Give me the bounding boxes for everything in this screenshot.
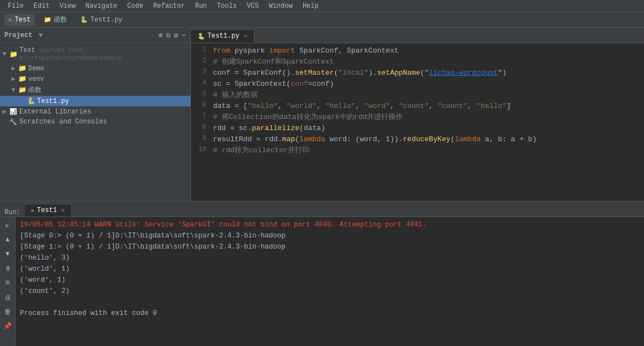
run-icon: ▶ — [9, 16, 13, 23]
tree-item-test[interactable]: ▼ 📁 Test sources root, D:\IT\python\Pyth… — [0, 45, 190, 63]
output-line-6: ('word', 1) — [20, 275, 640, 286]
top-tab-bar: ▶ Test 📁 函数 🐍 Test1.py — [0, 12, 644, 28]
run-tab-close[interactable]: ✕ — [61, 207, 65, 214]
pin-button[interactable]: 📌 — [2, 320, 14, 332]
line-num-5: 5 — [191, 90, 213, 98]
menu-tools[interactable]: Tools — [212, 1, 241, 11]
tree-label-scratches: Scratches and Consoles — [19, 118, 190, 126]
line-content-4: sc = SparkContext(conf=conf) — [213, 79, 644, 90]
output-line-3: [Stage 1:> (0 + 1) / 1]D:\IT\bigdata\sof… — [20, 241, 640, 252]
sidebar-minimize-icon[interactable]: — — [181, 31, 186, 39]
menu-edit[interactable]: Edit — [29, 1, 54, 11]
sidebar-header: Project ▼ ⊕ ⊟ ⚙ — — [0, 28, 190, 43]
run-tab-test1[interactable]: ▶ Test1 ✕ — [25, 204, 72, 216]
line-content-9: resultRdd = rdd.map(lambda word: (word, … — [213, 134, 644, 145]
tree-item-external-libs[interactable]: ▶ 📊 External Libraries — [0, 106, 190, 117]
line-content-8: rdd = sc.parallelize(data) — [213, 123, 644, 134]
line-num-2: 2 — [191, 56, 213, 65]
sidebar-add-icon[interactable]: ⊕ — [159, 31, 163, 40]
menu-file[interactable]: File — [3, 1, 28, 11]
tab-python-icon: 🐍 — [198, 33, 205, 40]
menu-window[interactable]: Window — [264, 1, 297, 11]
sidebar-gear-icon[interactable]: ⚙ — [174, 31, 178, 40]
output-line-7: ('count', 2) — [20, 286, 640, 297]
menu-view[interactable]: View — [55, 1, 80, 11]
line-num-8: 8 — [191, 123, 213, 131]
output-line-9: Process finished with exit code 0 — [20, 308, 640, 319]
top-tab-functions[interactable]: 📁 函数 — [39, 13, 71, 27]
sidebar-split-icon[interactable]: ⊟ — [167, 31, 171, 40]
editor-tab-test1py[interactable]: 🐍 Test1.py ✕ — [191, 29, 255, 43]
line-content-5: # 输入的数据 — [213, 90, 644, 101]
tree-arrow-ext: ▶ — [0, 107, 9, 116]
tree-arrow-functions: ▼ — [9, 86, 18, 94]
scroll-up-button[interactable]: ▲ — [2, 234, 14, 246]
run-icon-small: ▶ — [32, 207, 35, 214]
tree-item-scratches[interactable]: 🔧 Scratches and Consoles — [0, 117, 190, 127]
line-num-9: 9 — [191, 134, 213, 142]
line-content-2: # 创建SparkConf和SparkContext — [213, 56, 644, 68]
editor-panel: 🐍 Test1.py ✕ 1 from pyspark import Spark… — [191, 28, 644, 201]
scroll-down-button[interactable]: ▼ — [2, 248, 14, 260]
run-toolbar: ▶ ▲ ▼ ⏸ ≡ 🖨 🗑 📌 — [0, 217, 15, 346]
print-button[interactable]: 🖨 — [2, 291, 14, 303]
tree-arrow-demo: ▶ — [9, 64, 18, 73]
code-line-9: 9 resultRdd = rdd.map(lambda word: (word… — [191, 134, 644, 145]
menu-navigate[interactable]: Navigate — [81, 1, 122, 11]
menu-refactor[interactable]: Refactor — [149, 1, 190, 11]
menu-bar: File Edit View Navigate Code Refactor Ru… — [0, 0, 644, 12]
sidebar-tree: ▼ 📁 Test sources root, D:\IT\python\Pyth… — [0, 43, 190, 201]
main-layout: Project ▼ ⊕ ⊟ ⚙ — ▼ 📁 Test sources — [0, 28, 644, 346]
line-content-3: conf = SparkConf().setMaster("local").se… — [213, 68, 644, 79]
run-label: Run: — [0, 209, 25, 216]
tree-item-test1py[interactable]: 🐍 Test1.py — [0, 96, 190, 106]
tree-label-demo: Demo — [28, 65, 190, 73]
line-content-1: from pyspark import SparkConf, SparkCont… — [213, 45, 644, 56]
pause-button[interactable]: ⏸ — [2, 262, 14, 275]
code-line-1: 1 from pyspark import SparkConf, SparkCo… — [191, 45, 644, 56]
tree-item-demo[interactable]: ▶ 📁 Demo — [0, 63, 190, 74]
sidebar: Project ▼ ⊕ ⊟ ⚙ — ▼ 📁 Test sources — [0, 28, 191, 201]
editor-area: Project ▼ ⊕ ⊟ ⚙ — ▼ 📁 Test sources — [0, 28, 644, 201]
editor-tabs: 🐍 Test1.py ✕ — [191, 28, 644, 43]
clear-button[interactable]: 🗑 — [2, 306, 14, 318]
run-output: 19/06/05 12:05:14 WARN Utils: Service 'S… — [15, 217, 644, 346]
tree-item-functions[interactable]: ▼ 📁 函数 — [0, 84, 190, 96]
top-tab-test1py[interactable]: 🐍 Test1.py — [76, 14, 127, 26]
menu-help[interactable]: Help — [298, 1, 323, 11]
run-output-area: ▶ ▲ ▼ ⏸ ≡ 🖨 🗑 📌 19/06/05 12:05:14 WARN U… — [0, 217, 644, 346]
tree-label-functions: 函数 — [28, 85, 190, 95]
tree-label-venv: venv — [28, 75, 190, 83]
line-num-1: 1 — [191, 45, 213, 54]
run-tab-bar: Run: ▶ Test1 ✕ — [0, 202, 644, 217]
tab-close-icon[interactable]: ✕ — [244, 33, 247, 39]
line-num-6: 6 — [191, 101, 213, 109]
tree-item-venv[interactable]: ▶ 📁 venv — [0, 74, 190, 84]
menu-run[interactable]: Run — [190, 1, 211, 11]
output-line-4: ('hello', 3) — [20, 252, 640, 264]
tree-label-test1py: Test1.py — [37, 97, 190, 105]
tree-arrow-test: ▼ — [0, 50, 9, 58]
line-content-7: # 将Collection的data转化为spark中的rdd并进行操作 — [213, 112, 644, 123]
menu-vcs[interactable]: VCS — [242, 1, 263, 11]
output-line-2: [Stage 0:> (0 + 1) / 1]D:\IT\bigdata\sof… — [20, 230, 640, 241]
python-icon-test1py: 🐍 — [27, 97, 35, 105]
code-line-7: 7 # 将Collection的data转化为spark中的rdd并进行操作 — [191, 112, 644, 123]
scratches-icon: 🔧 — [9, 118, 18, 126]
sidebar-project-title: Project ▼ — [4, 32, 43, 39]
code-line-3: 3 conf = SparkConf().setMaster("local").… — [191, 68, 644, 79]
menu-code[interactable]: Code — [123, 1, 148, 11]
folder-icon-venv: 📁 — [18, 75, 27, 83]
wrap-button[interactable]: ≡ — [2, 277, 14, 289]
line-num-7: 7 — [191, 112, 213, 120]
folder-icon-test: 📁 — [9, 50, 18, 59]
play-button[interactable]: ▶ — [2, 219, 14, 231]
top-tab-test[interactable]: ▶ Test — [4, 14, 35, 26]
code-line-2: 2 # 创建SparkConf和SparkContext — [191, 56, 644, 68]
code-editor[interactable]: 1 from pyspark import SparkConf, SparkCo… — [191, 43, 644, 201]
line-num-3: 3 — [191, 68, 213, 76]
bottom-panel: Run: ▶ Test1 ✕ ▶ ▲ ▼ ⏸ ≡ 🖨 🗑 📌 19/06/05 … — [0, 201, 644, 346]
code-line-8: 8 rdd = sc.parallelize(data) — [191, 123, 644, 134]
python-icon: 🐍 — [80, 16, 88, 23]
line-content-10: # rdd转为collector并打印 — [213, 145, 644, 156]
